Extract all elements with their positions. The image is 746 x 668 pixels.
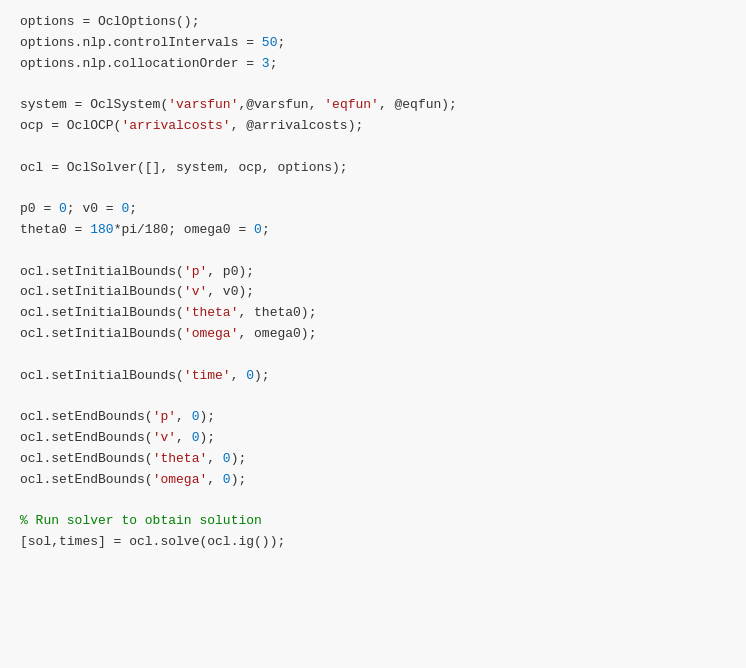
code-segment: options.nlp.collocationOrder = [20, 56, 262, 71]
code-segment: 'time' [184, 368, 231, 383]
code-segment: ; [277, 35, 285, 50]
code-line: options.nlp.collocationOrder = 3; [20, 54, 726, 75]
code-segment: 50 [262, 35, 278, 50]
code-segment: 'p' [153, 409, 176, 424]
code-segment: 'theta' [184, 305, 239, 320]
code-segment: , [176, 430, 192, 445]
code-segment: ocl.setInitialBounds( [20, 326, 184, 341]
code-segment: 'omega' [184, 326, 239, 341]
code-line: ocl = OclSolver([], system, ocp, options… [20, 158, 726, 179]
code-line: ocl.setEndBounds('omega', 0); [20, 470, 726, 491]
code-segment: 3 [262, 56, 270, 71]
code-line: p0 = 0; v0 = 0; [20, 199, 726, 220]
code-line: options = OclOptions(); [20, 12, 726, 33]
code-segment: 0 [59, 201, 67, 216]
code-segment: % Run solver to obtain solution [20, 513, 262, 528]
code-segment: system = OclSystem( [20, 97, 168, 112]
code-line: theta0 = 180*pi/180; omega0 = 0; [20, 220, 726, 241]
code-segment: 0 [254, 222, 262, 237]
code-segment: 'v' [153, 430, 176, 445]
code-segment: 'eqfun' [324, 97, 379, 112]
code-segment: 'arrivalcosts' [121, 118, 230, 133]
code-segment: ocl.setEndBounds( [20, 430, 153, 445]
code-segment: , theta0); [238, 305, 316, 320]
code-segment: ); [199, 430, 215, 445]
code-segment: options [20, 14, 75, 29]
code-line [20, 490, 726, 511]
code-line: ocl.setEndBounds('p', 0); [20, 407, 726, 428]
code-segment: ; v0 = [67, 201, 122, 216]
code-block: options = OclOptions();options.nlp.contr… [20, 12, 726, 553]
code-segment: ocl.setEndBounds( [20, 472, 153, 487]
code-line: ocl.setEndBounds('theta', 0); [20, 449, 726, 470]
code-line: ocl.setInitialBounds('theta', theta0); [20, 303, 726, 324]
code-segment: , v0); [207, 284, 254, 299]
code-segment: ocl = OclSolver([], system, ocp, options… [20, 160, 348, 175]
code-segment: ; [129, 201, 137, 216]
code-segment: = OclOptions(); [75, 14, 200, 29]
code-segment: 180 [90, 222, 113, 237]
code-segment: ocl.setInitialBounds( [20, 264, 184, 279]
code-line [20, 74, 726, 95]
code-line [20, 241, 726, 262]
code-line: ocl.setEndBounds('v', 0); [20, 428, 726, 449]
code-line: ocl.setInitialBounds('v', v0); [20, 282, 726, 303]
code-segment: 'omega' [153, 472, 208, 487]
code-segment: , [207, 472, 223, 487]
code-segment: , @arrivalcosts); [231, 118, 364, 133]
code-segment: 0 [223, 472, 231, 487]
code-segment: 'v' [184, 284, 207, 299]
code-segment: ; [270, 56, 278, 71]
code-segment: [sol,times] = ocl.solve(ocl.ig()); [20, 534, 285, 549]
code-segment: , omega0); [238, 326, 316, 341]
code-segment: ocp = OclOCP( [20, 118, 121, 133]
code-segment: ); [199, 409, 215, 424]
code-segment: ,@varsfun, [238, 97, 324, 112]
code-line: ocp = OclOCP('arrivalcosts', @arrivalcos… [20, 116, 726, 137]
code-segment: *pi/180; omega0 = [114, 222, 254, 237]
code-line: system = OclSystem('varsfun',@varsfun, '… [20, 95, 726, 116]
code-segment: ocl.setEndBounds( [20, 451, 153, 466]
code-segment: ocl.setInitialBounds( [20, 305, 184, 320]
code-segment: , @eqfun); [379, 97, 457, 112]
code-segment: 'p' [184, 264, 207, 279]
code-line: options.nlp.controlIntervals = 50; [20, 33, 726, 54]
code-segment: ); [231, 451, 247, 466]
code-line: ocl.setInitialBounds('time', 0); [20, 366, 726, 387]
code-line [20, 345, 726, 366]
code-line [20, 386, 726, 407]
code-segment: , [231, 368, 247, 383]
code-segment: , [207, 451, 223, 466]
code-segment: p0 = [20, 201, 59, 216]
code-segment: ocl.setInitialBounds( [20, 284, 184, 299]
code-line: ocl.setInitialBounds('omega', omega0); [20, 324, 726, 345]
code-segment: 'varsfun' [168, 97, 238, 112]
code-segment: 0 [246, 368, 254, 383]
code-segment: options.nlp.controlIntervals = [20, 35, 262, 50]
code-segment: ocl.setEndBounds( [20, 409, 153, 424]
code-segment: 'theta' [153, 451, 208, 466]
code-container: options = OclOptions();options.nlp.contr… [0, 0, 746, 668]
code-segment: , p0); [207, 264, 254, 279]
code-segment: ); [254, 368, 270, 383]
code-segment: ocl.setInitialBounds( [20, 368, 184, 383]
code-line: ocl.setInitialBounds('p', p0); [20, 262, 726, 283]
code-line [20, 178, 726, 199]
code-segment: ; [262, 222, 270, 237]
code-line: % Run solver to obtain solution [20, 511, 726, 532]
code-segment: theta0 = [20, 222, 90, 237]
code-segment: 0 [223, 451, 231, 466]
code-segment: , [176, 409, 192, 424]
code-segment: ); [231, 472, 247, 487]
code-line [20, 137, 726, 158]
code-line: [sol,times] = ocl.solve(ocl.ig()); [20, 532, 726, 553]
